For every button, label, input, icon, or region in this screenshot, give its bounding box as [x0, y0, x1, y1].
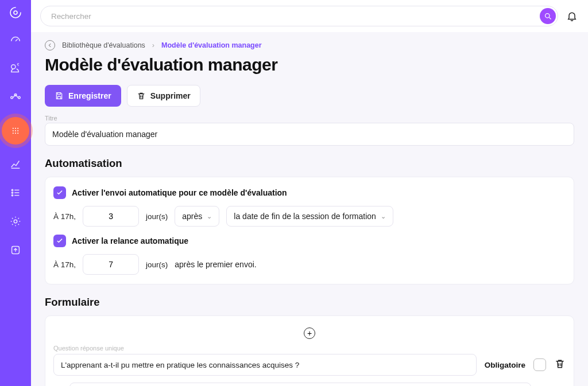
enable-send-label: Activer l'envoi automatique pour ce modè…	[72, 188, 287, 197]
sidebar-item-budget[interactable]: €	[6, 60, 25, 78]
svg-point-0	[14, 11, 17, 14]
check-icon	[56, 237, 64, 245]
breadcrumb: Bibliothèque d'évaluations › Modèle d'év…	[45, 40, 574, 50]
sidebar: €	[0, 0, 31, 386]
delete-button-label: Supprimer	[150, 91, 191, 100]
enable-send-row: Activer l'envoi automatique pour ce modè…	[53, 186, 566, 199]
reminder-schedule-row: À 17h, jour(s) après le premier envoi.	[53, 254, 566, 275]
automation-heading: Automatisation	[45, 157, 574, 170]
svg-point-5	[18, 96, 21, 99]
svg-point-6	[13, 128, 14, 129]
page-title: Modèle d'évaluation manager	[45, 55, 574, 75]
svg-point-11	[17, 130, 18, 131]
save-button[interactable]: Enregistrer	[45, 85, 121, 107]
reminder-after-text: après le premier envoi.	[175, 260, 256, 269]
app-logo	[7, 5, 24, 21]
enable-send-checkbox[interactable]	[53, 186, 66, 199]
sidebar-item-import[interactable]	[6, 241, 25, 259]
svg-point-1	[11, 65, 16, 69]
required-label: Obligatoire	[485, 361, 525, 369]
chevron-right-icon: ›	[152, 41, 154, 49]
svg-point-17	[11, 194, 13, 196]
sidebar-item-workflow[interactable]	[6, 88, 25, 107]
main-area: Bibliothèque d'évaluations › Modèle d'év…	[31, 0, 588, 386]
svg-text:€: €	[17, 63, 20, 67]
enable-reminder-row: Activer la relance automatique	[53, 235, 566, 247]
answer-row	[53, 383, 566, 386]
svg-point-12	[13, 132, 14, 134]
send-time-prefix: À 17h,	[53, 212, 76, 221]
chevron-left-icon	[47, 42, 53, 48]
reminder-time-prefix: À 17h,	[53, 260, 76, 269]
chevron-down-icon: ⌄	[207, 213, 212, 220]
topbar	[31, 0, 588, 32]
svg-point-16	[11, 192, 13, 193]
sidebar-item-dashboard[interactable]	[6, 31, 25, 49]
content: Bibliothèque d'évaluations › Modèle d'év…	[31, 32, 588, 386]
delete-question-button[interactable]	[554, 358, 566, 372]
svg-point-14	[17, 132, 18, 134]
enable-reminder-checkbox[interactable]	[53, 235, 66, 247]
send-days-input[interactable]	[83, 206, 139, 227]
check-icon	[56, 189, 64, 197]
svg-point-3	[11, 96, 13, 99]
sidebar-item-list[interactable]	[6, 184, 25, 202]
trash-icon	[137, 91, 146, 100]
search-input[interactable]	[40, 6, 558, 26]
save-icon	[55, 91, 64, 100]
delete-button[interactable]: Supprimer	[127, 85, 200, 107]
send-reference-value: la date de fin de la session de formatio…	[234, 212, 376, 221]
title-input[interactable]	[45, 123, 574, 146]
add-question-button[interactable]: +	[304, 327, 315, 339]
trash-icon	[554, 358, 566, 369]
automation-section: Automatisation Activer l'envoi automatiq…	[45, 157, 574, 284]
sidebar-item-active[interactable]	[2, 117, 29, 145]
form-section: Formulaire + Question réponse unique Obl…	[45, 296, 574, 386]
reminder-days-input[interactable]	[83, 254, 139, 275]
breadcrumb-back-button[interactable]	[45, 40, 55, 50]
title-field: Titre	[45, 115, 574, 146]
bell-icon	[566, 10, 578, 22]
action-bar: Enregistrer Supprimer	[45, 85, 574, 107]
search-wrap	[40, 6, 558, 26]
form-card: + Question réponse unique Obligatoire	[45, 315, 574, 386]
breadcrumb-current: Modèle d'évaluation manager	[161, 41, 262, 49]
svg-point-20	[545, 13, 550, 18]
search-icon	[544, 12, 552, 21]
notifications-button[interactable]	[565, 9, 579, 23]
title-field-label: Titre	[45, 115, 574, 122]
breadcrumb-parent[interactable]: Bibliothèque d'évaluations	[62, 41, 145, 49]
send-relative-value: après	[182, 212, 202, 221]
automation-card: Activer l'envoi automatique pour ce modè…	[45, 177, 574, 284]
svg-point-7	[15, 128, 16, 129]
question-row: Obligatoire	[53, 354, 566, 376]
save-button-label: Enregistrer	[68, 91, 111, 100]
required-checkbox[interactable]	[533, 358, 546, 371]
form-heading: Formulaire	[45, 296, 574, 309]
search-button[interactable]	[540, 8, 556, 24]
send-reference-select[interactable]: la date de fin de la session de formatio…	[226, 206, 393, 227]
sidebar-item-settings[interactable]	[6, 212, 25, 231]
add-question-row: +	[53, 327, 566, 339]
reminder-days-unit: jour(s)	[146, 260, 168, 269]
plus-icon: +	[307, 329, 312, 337]
svg-point-13	[15, 132, 16, 134]
svg-point-15	[11, 189, 13, 190]
send-days-unit: jour(s)	[146, 212, 168, 221]
sidebar-item-analytics[interactable]	[6, 155, 25, 173]
send-schedule-row: À 17h, jour(s) après ⌄ la date de fin de…	[53, 206, 566, 227]
enable-reminder-label: Activer la relance automatique	[72, 236, 188, 245]
question-text-input[interactable]	[53, 354, 477, 376]
chevron-down-icon: ⌄	[381, 213, 386, 220]
svg-point-10	[15, 130, 16, 131]
svg-point-9	[13, 130, 14, 131]
send-relative-select[interactable]: après ⌄	[175, 206, 219, 227]
svg-point-8	[17, 128, 18, 129]
svg-point-18	[14, 220, 17, 223]
question-type-label: Question réponse unique	[53, 345, 566, 352]
answer-input[interactable]	[69, 383, 531, 386]
